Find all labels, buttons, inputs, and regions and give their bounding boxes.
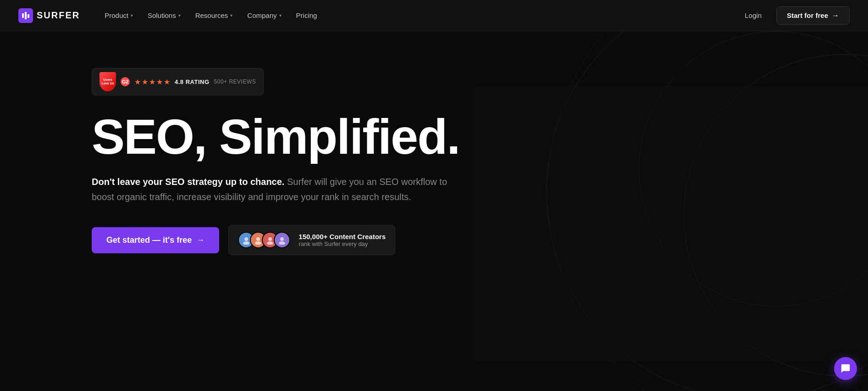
chevron-down-icon: ▾	[279, 13, 282, 18]
dashboard-preview	[474, 86, 868, 362]
svg-point-7	[268, 237, 272, 241]
hero-content: Users Love Us G2 ★ ★ ★ ★ ★ 4.8 RATING 50…	[92, 68, 486, 255]
svg-point-9	[280, 237, 284, 241]
svg-point-3	[244, 237, 248, 241]
star-icon: ★	[149, 78, 155, 86]
social-description: rank with Surfer every day	[299, 240, 386, 247]
svg-point-6	[255, 241, 261, 245]
svg-rect-2	[28, 14, 29, 18]
svg-rect-0	[22, 13, 24, 18]
cta-row: Get started — it's free →	[92, 225, 486, 255]
navbar: SURFER Product ▾ Solutions ▾ Resources ▾…	[0, 0, 868, 31]
star-icon: ★	[134, 78, 141, 86]
start-for-free-button[interactable]: Start for free →	[776, 6, 850, 25]
hero-subtitle-strong: Don't leave your SEO strategy up to chan…	[92, 177, 284, 187]
svg-point-4	[243, 241, 249, 245]
svg-point-8	[267, 241, 273, 245]
g2-logo-icon: G2	[121, 77, 130, 86]
social-count: 150,000+ Content Creators	[299, 233, 386, 240]
avatar	[274, 232, 290, 248]
svg-point-10	[279, 241, 285, 245]
svg-point-5	[256, 237, 260, 241]
g2-badge: Users Love Us G2 ★ ★ ★ ★ ★ 4.8 RATING 50…	[92, 68, 264, 95]
svg-rect-1	[25, 12, 27, 19]
chevron-down-icon: ▾	[230, 13, 232, 18]
login-button[interactable]: Login	[735, 8, 771, 23]
chat-icon	[840, 363, 851, 374]
nav-link-company[interactable]: Company ▾	[241, 8, 287, 23]
chevron-down-icon: ▾	[178, 13, 181, 18]
logo-icon	[18, 8, 33, 23]
social-text: 150,000+ Content Creators rank with Surf…	[292, 233, 386, 247]
g2-reviews: 500+ REVIEWS	[214, 78, 256, 85]
chat-button[interactable]	[834, 357, 857, 380]
get-started-button[interactable]: Get started — it's free →	[92, 227, 219, 253]
nav-link-resources[interactable]: Resources ▾	[189, 8, 239, 23]
g2-stars: ★ ★ ★ ★ ★	[134, 78, 170, 86]
nav-links: Product ▾ Solutions ▾ Resources ▾ Compan…	[98, 8, 323, 23]
g2-rating: 4.8 RATING	[175, 78, 210, 85]
star-icon: ★	[156, 78, 163, 86]
arrow-icon: →	[832, 11, 839, 20]
hero-subtitle: Don't leave your SEO strategy up to chan…	[92, 174, 468, 205]
nav-right: Login Start for free →	[735, 6, 850, 25]
arrow-icon: →	[196, 235, 205, 245]
star-icon: ★	[164, 78, 170, 86]
star-icon: ★	[142, 78, 148, 86]
chevron-down-icon: ▾	[131, 13, 133, 18]
hero-section: Users Love Us G2 ★ ★ ★ ★ ★ 4.8 RATING 50…	[0, 31, 868, 391]
nav-link-product[interactable]: Product ▾	[98, 8, 139, 23]
social-proof-card: 150,000+ Content Creators rank with Surf…	[228, 225, 395, 255]
nav-left: SURFER Product ▾ Solutions ▾ Resources ▾…	[18, 8, 323, 23]
logo-link[interactable]: SURFER	[18, 8, 80, 23]
g2-shield-icon: Users Love Us	[100, 72, 116, 91]
logo-text: SURFER	[37, 10, 80, 21]
avatar-group	[238, 232, 286, 248]
hero-title: SEO, Simplified.	[92, 112, 486, 162]
nav-link-pricing[interactable]: Pricing	[290, 8, 324, 23]
nav-link-solutions[interactable]: Solutions ▾	[141, 8, 187, 23]
